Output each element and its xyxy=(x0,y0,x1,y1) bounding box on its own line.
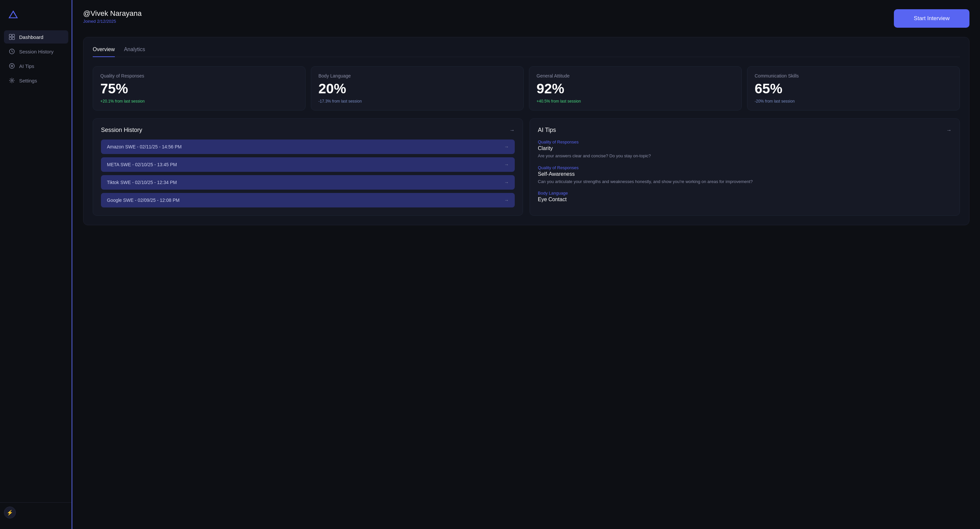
session-history-card-header: Session History → xyxy=(101,127,515,133)
logo-icon xyxy=(8,10,19,21)
sidebar-item-dashboard[interactable]: Dashboard xyxy=(4,30,68,43)
bottom-action-button[interactable]: ⚡ xyxy=(4,507,16,518)
metric-value: 75% xyxy=(100,81,298,96)
metric-label: General Attitude xyxy=(536,73,734,78)
start-interview-button[interactable]: Start Interview xyxy=(894,9,969,28)
metric-change: +40.5% from last session xyxy=(536,99,734,103)
metric-card-attitude: General Attitude 92% +40.5% from last se… xyxy=(529,66,742,111)
tip-description: Can you articulate your strengths and we… xyxy=(538,178,951,185)
metric-card-quality: Quality of Responses 75% +20.1% from las… xyxy=(93,66,305,111)
session-item-label: Tiktok SWE - 02/10/25 - 12:34 PM xyxy=(107,180,177,185)
session-item-arrow: → xyxy=(504,197,509,203)
session-item[interactable]: Amazon SWE - 02/11/25 - 14:56 PM → xyxy=(101,140,515,154)
tab-overview[interactable]: Overview xyxy=(93,46,115,57)
session-item-label: Google SWE - 02/09/25 - 12:08 PM xyxy=(107,197,180,203)
tip-category: Quality of Responses xyxy=(538,140,951,145)
svg-rect-3 xyxy=(12,34,14,37)
tip-description: Are your answers clear and concise? Do y… xyxy=(538,153,951,159)
session-history-arrow[interactable]: → xyxy=(509,127,515,133)
sidebar-divider xyxy=(72,0,72,529)
session-history-icon xyxy=(9,48,15,55)
tip-title: Eye Contact xyxy=(538,197,951,202)
svg-rect-5 xyxy=(12,37,14,40)
user-joined: Joined 2/12/2025 xyxy=(83,19,142,24)
tip-title: Clarity xyxy=(538,145,951,151)
tip-item: Body Language Eye Contact xyxy=(538,191,951,204)
ai-tips-card-header: AI Tips → xyxy=(538,127,951,133)
sidebar-nav: Dashboard Session History AI Tips xyxy=(0,30,72,502)
metric-value: 20% xyxy=(318,81,516,96)
svg-line-1 xyxy=(13,11,15,14)
svg-point-7 xyxy=(10,64,14,68)
session-list: Amazon SWE - 02/11/25 - 14:56 PM → META … xyxy=(101,140,515,207)
svg-marker-0 xyxy=(9,11,17,18)
session-item-arrow: → xyxy=(504,180,509,185)
session-history-title: Session History xyxy=(101,127,142,133)
page-header: @Vivek Narayana Joined 2/12/2025 Start I… xyxy=(83,9,969,28)
sidebar: Dashboard Session History AI Tips xyxy=(0,0,73,529)
sidebar-bottom: ⚡ xyxy=(0,502,72,523)
sidebar-item-label: AI Tips xyxy=(19,64,34,69)
metric-label: Body Language xyxy=(318,73,516,78)
metric-change: -17.3% from last session xyxy=(318,99,516,103)
session-item-label: Amazon SWE - 02/11/25 - 14:56 PM xyxy=(107,144,181,149)
sidebar-item-session-history[interactable]: Session History xyxy=(4,45,68,58)
tabs: Overview Analytics xyxy=(93,46,960,57)
metric-change: +20.1% from last session xyxy=(100,99,298,103)
session-item[interactable]: Tiktok SWE - 02/10/25 - 12:34 PM → xyxy=(101,175,515,190)
sidebar-item-label: Session History xyxy=(19,49,54,54)
tip-title: Self-Awareness xyxy=(538,171,951,177)
logo xyxy=(0,6,72,30)
session-item[interactable]: META SWE - 02/10/25 - 13:45 PM → xyxy=(101,157,515,172)
svg-rect-4 xyxy=(9,37,11,40)
tip-item: Quality of Responses Clarity Are your an… xyxy=(538,140,951,159)
session-item-arrow: → xyxy=(504,162,509,167)
overview-card: Overview Analytics Quality of Responses … xyxy=(83,37,969,225)
session-history-card: Session History → Amazon SWE - 02/11/25 … xyxy=(93,118,523,216)
tip-category: Quality of Responses xyxy=(538,165,951,170)
ai-tips-title: AI Tips xyxy=(538,127,556,133)
settings-icon xyxy=(9,77,15,84)
metric-card-body-language: Body Language 20% -17.3% from last sessi… xyxy=(311,66,523,111)
main-content: @Vivek Narayana Joined 2/12/2025 Start I… xyxy=(73,0,980,529)
tab-analytics[interactable]: Analytics xyxy=(124,46,145,57)
lightning-icon: ⚡ xyxy=(6,510,13,516)
metric-value: 92% xyxy=(536,81,734,96)
svg-point-8 xyxy=(11,65,13,67)
tips-list: Quality of Responses Clarity Are your an… xyxy=(538,140,951,204)
ai-tips-card: AI Tips → Quality of Responses Clarity A… xyxy=(530,118,960,216)
sidebar-item-ai-tips[interactable]: AI Tips xyxy=(4,59,68,73)
metric-label: Communication Skills xyxy=(755,73,952,78)
dashboard-icon xyxy=(9,33,15,40)
tip-category: Body Language xyxy=(538,191,951,195)
svg-rect-2 xyxy=(9,34,11,37)
session-item-label: META SWE - 02/10/25 - 13:45 PM xyxy=(107,162,177,167)
username: @Vivek Narayana xyxy=(83,9,142,18)
user-info: @Vivek Narayana Joined 2/12/2025 xyxy=(83,9,142,24)
sidebar-item-label: Settings xyxy=(19,78,37,83)
sidebar-item-settings[interactable]: Settings xyxy=(4,74,68,87)
metric-change: -20% from last session xyxy=(755,99,952,103)
metrics-grid: Quality of Responses 75% +20.1% from las… xyxy=(93,66,960,111)
svg-point-9 xyxy=(11,80,13,81)
metric-label: Quality of Responses xyxy=(100,73,298,78)
tip-item: Quality of Responses Self-Awareness Can … xyxy=(538,165,951,185)
metric-card-communication: Communication Skills 65% -20% from last … xyxy=(747,66,960,111)
metric-value: 65% xyxy=(755,81,952,96)
session-item-arrow: → xyxy=(504,144,509,149)
session-item[interactable]: Google SWE - 02/09/25 - 12:08 PM → xyxy=(101,193,515,207)
ai-tips-arrow[interactable]: → xyxy=(947,127,951,133)
ai-tips-icon xyxy=(9,63,15,69)
bottom-grid: Session History → Amazon SWE - 02/11/25 … xyxy=(93,118,960,216)
sidebar-item-label: Dashboard xyxy=(19,34,43,40)
